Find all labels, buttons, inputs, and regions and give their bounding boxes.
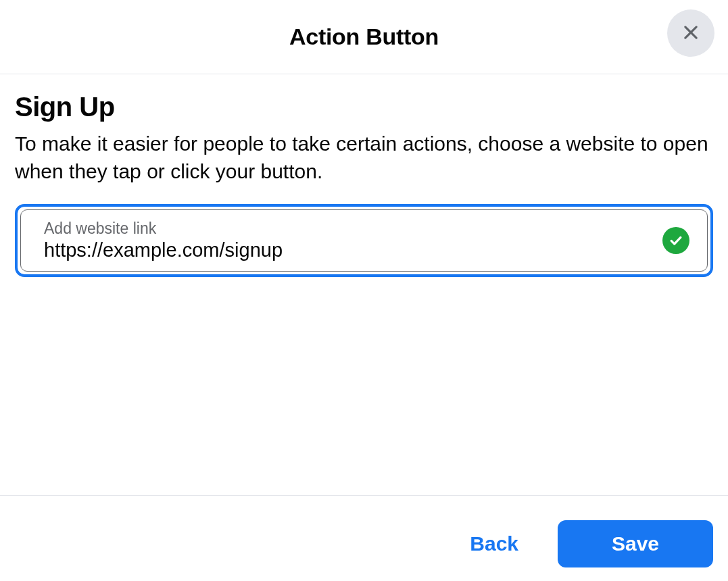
back-button[interactable]: Back xyxy=(462,526,527,562)
website-link-field[interactable]: Add website link xyxy=(20,209,708,272)
close-button[interactable] xyxy=(667,9,714,57)
section-heading: Sign Up xyxy=(15,92,713,122)
valid-check-icon xyxy=(662,227,689,254)
modal-footer: Back Save xyxy=(0,495,728,581)
section-description: To make it easier for people to take cer… xyxy=(15,130,713,185)
modal-title: Action Button xyxy=(289,24,439,50)
modal-header: Action Button xyxy=(0,0,728,74)
close-icon xyxy=(681,23,700,44)
website-link-field-focus: Add website link xyxy=(15,204,713,277)
website-link-input[interactable] xyxy=(44,239,660,261)
save-button[interactable]: Save xyxy=(558,520,713,567)
website-link-label: Add website link xyxy=(44,220,660,238)
modal-content: Sign Up To make it easier for people to … xyxy=(0,74,728,495)
